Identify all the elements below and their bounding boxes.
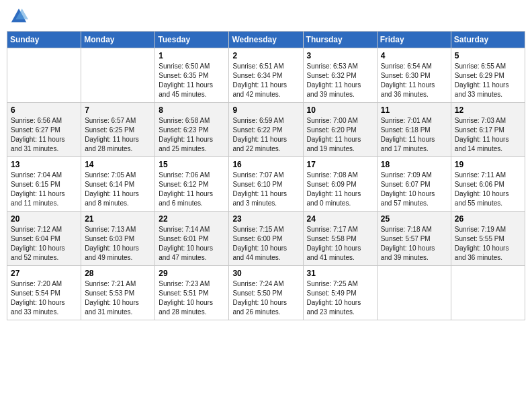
calendar-cell: 29Sunrise: 7:23 AMSunset: 5:51 PMDayligh… [155,266,229,320]
day-number: 28 [85,269,151,278]
calendar-cell: 31Sunrise: 7:25 AMSunset: 5:49 PMDayligh… [303,266,377,320]
calendar-day-header: Friday [377,32,451,48]
day-number: 30 [232,269,299,278]
day-number: 31 [307,269,373,278]
day-number: 5 [455,51,521,60]
day-info: Sunrise: 6:54 AMSunset: 6:30 PMDaylight:… [381,62,447,99]
day-number: 4 [381,51,447,60]
calendar-day-header: Saturday [451,32,525,48]
day-info: Sunrise: 6:51 AMSunset: 6:34 PMDaylight:… [232,62,299,99]
day-number: 13 [11,160,77,169]
calendar-cell: 4Sunrise: 6:54 AMSunset: 6:30 PMDaylight… [377,48,451,103]
day-number: 26 [455,214,521,224]
day-info: Sunrise: 7:05 AMSunset: 6:14 PMDaylight:… [85,171,151,208]
calendar-cell: 6Sunrise: 6:56 AMSunset: 6:27 PMDaylight… [7,103,81,157]
calendar-week-row: 27Sunrise: 7:20 AMSunset: 5:54 PMDayligh… [7,266,525,320]
calendar-cell: 2Sunrise: 6:51 AMSunset: 6:34 PMDaylight… [229,48,303,103]
day-info: Sunrise: 7:00 AMSunset: 6:20 PMDaylight:… [307,116,373,154]
calendar-cell: 16Sunrise: 7:07 AMSunset: 6:10 PMDayligh… [229,157,303,212]
day-number: 6 [11,105,77,115]
day-info: Sunrise: 7:07 AMSunset: 6:10 PMDaylight:… [232,171,299,208]
calendar-cell: 7Sunrise: 6:57 AMSunset: 6:25 PMDaylight… [81,103,155,157]
calendar-cell: 20Sunrise: 7:12 AMSunset: 6:04 PMDayligh… [7,212,81,266]
day-info: Sunrise: 7:13 AMSunset: 6:03 PMDaylight:… [85,225,151,263]
day-number: 3 [307,51,373,60]
calendar-week-row: 1Sunrise: 6:50 AMSunset: 6:35 PMDaylight… [7,48,525,103]
day-info: Sunrise: 7:09 AMSunset: 6:07 PMDaylight:… [381,171,447,208]
day-info: Sunrise: 7:21 AMSunset: 5:53 PMDaylight:… [85,279,151,317]
day-number: 16 [232,160,299,169]
day-number: 14 [85,160,151,169]
day-number: 24 [307,214,373,224]
day-info: Sunrise: 7:17 AMSunset: 5:58 PMDaylight:… [307,225,373,263]
day-number: 2 [232,51,299,60]
day-info: Sunrise: 7:06 AMSunset: 6:12 PMDaylight:… [159,171,225,208]
day-number: 8 [159,105,225,115]
day-info: Sunrise: 6:50 AMSunset: 6:35 PMDaylight:… [159,62,225,99]
calendar-cell [7,48,81,103]
day-number: 9 [232,105,299,115]
day-info: Sunrise: 7:11 AMSunset: 6:06 PMDaylight:… [455,171,521,208]
day-number: 22 [159,214,225,224]
day-number: 19 [455,160,521,169]
day-info: Sunrise: 7:19 AMSunset: 5:55 PMDaylight:… [455,225,521,263]
calendar-cell: 27Sunrise: 7:20 AMSunset: 5:54 PMDayligh… [7,266,81,320]
calendar-cell: 30Sunrise: 7:24 AMSunset: 5:50 PMDayligh… [229,266,303,320]
page-header [7,7,525,26]
calendar-cell: 25Sunrise: 7:18 AMSunset: 5:57 PMDayligh… [377,212,451,266]
calendar-cell: 1Sunrise: 6:50 AMSunset: 6:35 PMDaylight… [155,48,229,103]
calendar-cell: 9Sunrise: 6:59 AMSunset: 6:22 PMDaylight… [229,103,303,157]
day-info: Sunrise: 7:01 AMSunset: 6:18 PMDaylight:… [381,116,447,154]
day-info: Sunrise: 7:04 AMSunset: 6:15 PMDaylight:… [11,171,77,208]
calendar-day-header: Tuesday [155,32,229,48]
calendar-cell [377,266,451,320]
calendar-week-row: 6Sunrise: 6:56 AMSunset: 6:27 PMDaylight… [7,103,525,157]
day-number: 11 [381,105,447,115]
day-number: 15 [159,160,225,169]
calendar-week-row: 20Sunrise: 7:12 AMSunset: 6:04 PMDayligh… [7,212,525,266]
logo [9,7,31,26]
calendar-cell [81,48,155,103]
day-number: 25 [381,214,447,224]
day-info: Sunrise: 7:24 AMSunset: 5:50 PMDaylight:… [232,279,299,317]
day-info: Sunrise: 6:57 AMSunset: 6:25 PMDaylight:… [85,116,151,154]
day-info: Sunrise: 7:08 AMSunset: 6:09 PMDaylight:… [307,171,373,208]
day-info: Sunrise: 6:56 AMSunset: 6:27 PMDaylight:… [11,116,77,154]
calendar-cell: 22Sunrise: 7:14 AMSunset: 6:01 PMDayligh… [155,212,229,266]
day-info: Sunrise: 6:58 AMSunset: 6:23 PMDaylight:… [159,116,225,154]
day-info: Sunrise: 7:03 AMSunset: 6:17 PMDaylight:… [455,116,521,154]
day-number: 20 [11,214,77,224]
calendar-header-row: SundayMondayTuesdayWednesdayThursdayFrid… [7,32,525,48]
calendar-cell [451,266,525,320]
day-number: 12 [455,105,521,115]
day-number: 1 [159,51,225,60]
calendar-table: SundayMondayTuesdayWednesdayThursdayFrid… [7,31,525,320]
day-number: 21 [85,214,151,224]
calendar-cell: 13Sunrise: 7:04 AMSunset: 6:15 PMDayligh… [7,157,81,212]
calendar-day-header: Sunday [7,32,81,48]
calendar-cell: 8Sunrise: 6:58 AMSunset: 6:23 PMDaylight… [155,103,229,157]
day-info: Sunrise: 6:53 AMSunset: 6:32 PMDaylight:… [307,62,373,99]
calendar-cell: 14Sunrise: 7:05 AMSunset: 6:14 PMDayligh… [81,157,155,212]
calendar-day-header: Wednesday [229,32,303,48]
calendar-cell: 11Sunrise: 7:01 AMSunset: 6:18 PMDayligh… [377,103,451,157]
day-info: Sunrise: 7:14 AMSunset: 6:01 PMDaylight:… [159,225,225,263]
day-number: 10 [307,105,373,115]
logo-icon [9,7,28,26]
day-number: 7 [85,105,151,115]
calendar-cell: 5Sunrise: 6:55 AMSunset: 6:29 PMDaylight… [451,48,525,103]
calendar-cell: 17Sunrise: 7:08 AMSunset: 6:09 PMDayligh… [303,157,377,212]
day-info: Sunrise: 7:15 AMSunset: 6:00 PMDaylight:… [232,225,299,263]
day-number: 27 [11,269,77,278]
day-number: 18 [381,160,447,169]
calendar-cell: 10Sunrise: 7:00 AMSunset: 6:20 PMDayligh… [303,103,377,157]
day-info: Sunrise: 7:20 AMSunset: 5:54 PMDaylight:… [11,279,77,317]
calendar-cell: 26Sunrise: 7:19 AMSunset: 5:55 PMDayligh… [451,212,525,266]
day-info: Sunrise: 7:18 AMSunset: 5:57 PMDaylight:… [381,225,447,263]
day-number: 17 [307,160,373,169]
calendar-cell: 15Sunrise: 7:06 AMSunset: 6:12 PMDayligh… [155,157,229,212]
day-info: Sunrise: 6:59 AMSunset: 6:22 PMDaylight:… [232,116,299,154]
day-info: Sunrise: 7:25 AMSunset: 5:49 PMDaylight:… [307,279,373,317]
day-info: Sunrise: 7:12 AMSunset: 6:04 PMDaylight:… [11,225,77,263]
day-info: Sunrise: 7:23 AMSunset: 5:51 PMDaylight:… [159,279,225,317]
